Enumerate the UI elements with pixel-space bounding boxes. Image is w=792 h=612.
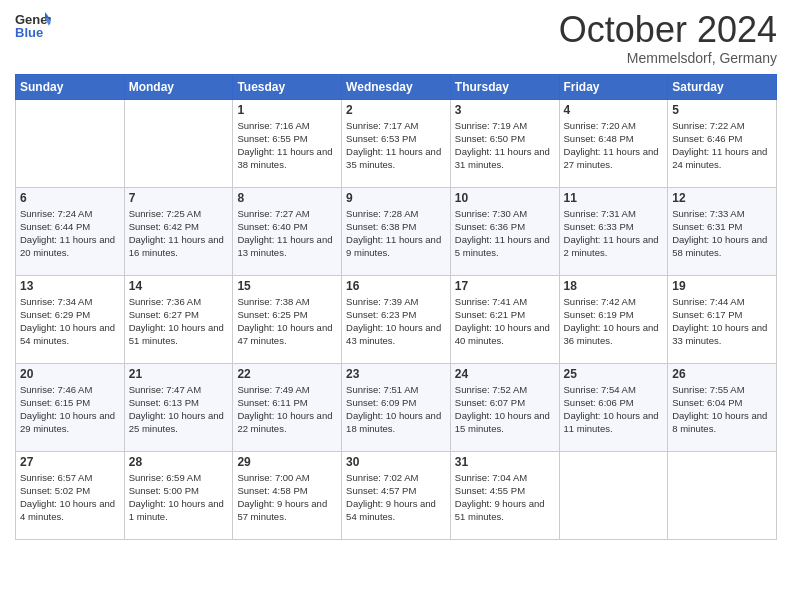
day-number: 22: [237, 367, 337, 381]
day-cell-1-2: [124, 99, 233, 187]
day-cell-5-3: 29Sunrise: 7:00 AMSunset: 4:58 PMDayligh…: [233, 451, 342, 539]
day-number: 17: [455, 279, 555, 293]
day-info: Sunrise: 7:39 AMSunset: 6:23 PMDaylight:…: [346, 295, 446, 348]
day-cell-2-2: 7Sunrise: 7:25 AMSunset: 6:42 PMDaylight…: [124, 187, 233, 275]
day-cell-4-6: 25Sunrise: 7:54 AMSunset: 6:06 PMDayligh…: [559, 363, 668, 451]
header-wednesday: Wednesday: [342, 74, 451, 99]
day-cell-2-5: 10Sunrise: 7:30 AMSunset: 6:36 PMDayligh…: [450, 187, 559, 275]
day-info: Sunrise: 7:41 AMSunset: 6:21 PMDaylight:…: [455, 295, 555, 348]
day-number: 24: [455, 367, 555, 381]
day-cell-1-1: [16, 99, 125, 187]
day-info: Sunrise: 7:55 AMSunset: 6:04 PMDaylight:…: [672, 383, 772, 436]
logo: General Blue: [15, 10, 55, 40]
day-cell-4-5: 24Sunrise: 7:52 AMSunset: 6:07 PMDayligh…: [450, 363, 559, 451]
day-cell-5-2: 28Sunrise: 6:59 AMSunset: 5:00 PMDayligh…: [124, 451, 233, 539]
day-cell-2-4: 9Sunrise: 7:28 AMSunset: 6:38 PMDaylight…: [342, 187, 451, 275]
calendar-table: Sunday Monday Tuesday Wednesday Thursday…: [15, 74, 777, 540]
day-number: 31: [455, 455, 555, 469]
day-cell-2-3: 8Sunrise: 7:27 AMSunset: 6:40 PMDaylight…: [233, 187, 342, 275]
day-cell-5-4: 30Sunrise: 7:02 AMSunset: 4:57 PMDayligh…: [342, 451, 451, 539]
day-number: 23: [346, 367, 446, 381]
month-title: October 2024: [559, 10, 777, 50]
day-info: Sunrise: 7:16 AMSunset: 6:55 PMDaylight:…: [237, 119, 337, 172]
day-cell-1-3: 1Sunrise: 7:16 AMSunset: 6:55 PMDaylight…: [233, 99, 342, 187]
day-number: 28: [129, 455, 229, 469]
header-tuesday: Tuesday: [233, 74, 342, 99]
day-number: 3: [455, 103, 555, 117]
day-number: 7: [129, 191, 229, 205]
day-number: 5: [672, 103, 772, 117]
calendar-page: General Blue October 2024 Memmelsdorf, G…: [0, 0, 792, 555]
svg-text:Blue: Blue: [15, 25, 43, 40]
week-row-2: 6Sunrise: 7:24 AMSunset: 6:44 PMDaylight…: [16, 187, 777, 275]
day-info: Sunrise: 7:42 AMSunset: 6:19 PMDaylight:…: [564, 295, 664, 348]
day-info: Sunrise: 7:20 AMSunset: 6:48 PMDaylight:…: [564, 119, 664, 172]
day-number: 27: [20, 455, 120, 469]
day-info: Sunrise: 7:22 AMSunset: 6:46 PMDaylight:…: [672, 119, 772, 172]
day-info: Sunrise: 7:27 AMSunset: 6:40 PMDaylight:…: [237, 207, 337, 260]
day-cell-1-4: 2Sunrise: 7:17 AMSunset: 6:53 PMDaylight…: [342, 99, 451, 187]
week-row-5: 27Sunrise: 6:57 AMSunset: 5:02 PMDayligh…: [16, 451, 777, 539]
header-sunday: Sunday: [16, 74, 125, 99]
day-info: Sunrise: 7:51 AMSunset: 6:09 PMDaylight:…: [346, 383, 446, 436]
day-cell-4-1: 20Sunrise: 7:46 AMSunset: 6:15 PMDayligh…: [16, 363, 125, 451]
day-cell-3-5: 17Sunrise: 7:41 AMSunset: 6:21 PMDayligh…: [450, 275, 559, 363]
day-info: Sunrise: 7:36 AMSunset: 6:27 PMDaylight:…: [129, 295, 229, 348]
day-info: Sunrise: 7:25 AMSunset: 6:42 PMDaylight:…: [129, 207, 229, 260]
day-info: Sunrise: 6:59 AMSunset: 5:00 PMDaylight:…: [129, 471, 229, 524]
day-number: 18: [564, 279, 664, 293]
day-cell-4-4: 23Sunrise: 7:51 AMSunset: 6:09 PMDayligh…: [342, 363, 451, 451]
day-number: 11: [564, 191, 664, 205]
header-friday: Friday: [559, 74, 668, 99]
day-info: Sunrise: 7:54 AMSunset: 6:06 PMDaylight:…: [564, 383, 664, 436]
day-info: Sunrise: 7:30 AMSunset: 6:36 PMDaylight:…: [455, 207, 555, 260]
week-row-3: 13Sunrise: 7:34 AMSunset: 6:29 PMDayligh…: [16, 275, 777, 363]
day-info: Sunrise: 7:19 AMSunset: 6:50 PMDaylight:…: [455, 119, 555, 172]
day-cell-3-4: 16Sunrise: 7:39 AMSunset: 6:23 PMDayligh…: [342, 275, 451, 363]
day-cell-5-7: [668, 451, 777, 539]
day-cell-5-1: 27Sunrise: 6:57 AMSunset: 5:02 PMDayligh…: [16, 451, 125, 539]
day-cell-4-2: 21Sunrise: 7:47 AMSunset: 6:13 PMDayligh…: [124, 363, 233, 451]
day-number: 1: [237, 103, 337, 117]
location: Memmelsdorf, Germany: [559, 50, 777, 66]
week-row-4: 20Sunrise: 7:46 AMSunset: 6:15 PMDayligh…: [16, 363, 777, 451]
day-info: Sunrise: 7:31 AMSunset: 6:33 PMDaylight:…: [564, 207, 664, 260]
day-info: Sunrise: 7:02 AMSunset: 4:57 PMDaylight:…: [346, 471, 446, 524]
day-info: Sunrise: 7:17 AMSunset: 6:53 PMDaylight:…: [346, 119, 446, 172]
day-number: 16: [346, 279, 446, 293]
day-cell-4-7: 26Sunrise: 7:55 AMSunset: 6:04 PMDayligh…: [668, 363, 777, 451]
day-number: 9: [346, 191, 446, 205]
logo-icon: General Blue: [15, 10, 51, 40]
day-number: 14: [129, 279, 229, 293]
header-thursday: Thursday: [450, 74, 559, 99]
day-number: 30: [346, 455, 446, 469]
day-number: 21: [129, 367, 229, 381]
day-cell-3-2: 14Sunrise: 7:36 AMSunset: 6:27 PMDayligh…: [124, 275, 233, 363]
day-info: Sunrise: 7:52 AMSunset: 6:07 PMDaylight:…: [455, 383, 555, 436]
header: General Blue October 2024 Memmelsdorf, G…: [15, 10, 777, 66]
day-info: Sunrise: 7:04 AMSunset: 4:55 PMDaylight:…: [455, 471, 555, 524]
day-number: 8: [237, 191, 337, 205]
day-cell-3-3: 15Sunrise: 7:38 AMSunset: 6:25 PMDayligh…: [233, 275, 342, 363]
day-number: 2: [346, 103, 446, 117]
day-info: Sunrise: 7:38 AMSunset: 6:25 PMDaylight:…: [237, 295, 337, 348]
day-info: Sunrise: 7:47 AMSunset: 6:13 PMDaylight:…: [129, 383, 229, 436]
day-cell-1-7: 5Sunrise: 7:22 AMSunset: 6:46 PMDaylight…: [668, 99, 777, 187]
header-saturday: Saturday: [668, 74, 777, 99]
day-number: 26: [672, 367, 772, 381]
day-info: Sunrise: 7:44 AMSunset: 6:17 PMDaylight:…: [672, 295, 772, 348]
day-number: 15: [237, 279, 337, 293]
day-number: 19: [672, 279, 772, 293]
day-cell-5-5: 31Sunrise: 7:04 AMSunset: 4:55 PMDayligh…: [450, 451, 559, 539]
day-cell-4-3: 22Sunrise: 7:49 AMSunset: 6:11 PMDayligh…: [233, 363, 342, 451]
day-number: 29: [237, 455, 337, 469]
day-info: Sunrise: 7:00 AMSunset: 4:58 PMDaylight:…: [237, 471, 337, 524]
day-number: 20: [20, 367, 120, 381]
day-number: 12: [672, 191, 772, 205]
day-info: Sunrise: 6:57 AMSunset: 5:02 PMDaylight:…: [20, 471, 120, 524]
header-monday: Monday: [124, 74, 233, 99]
day-info: Sunrise: 7:34 AMSunset: 6:29 PMDaylight:…: [20, 295, 120, 348]
day-cell-1-5: 3Sunrise: 7:19 AMSunset: 6:50 PMDaylight…: [450, 99, 559, 187]
day-number: 4: [564, 103, 664, 117]
day-number: 10: [455, 191, 555, 205]
